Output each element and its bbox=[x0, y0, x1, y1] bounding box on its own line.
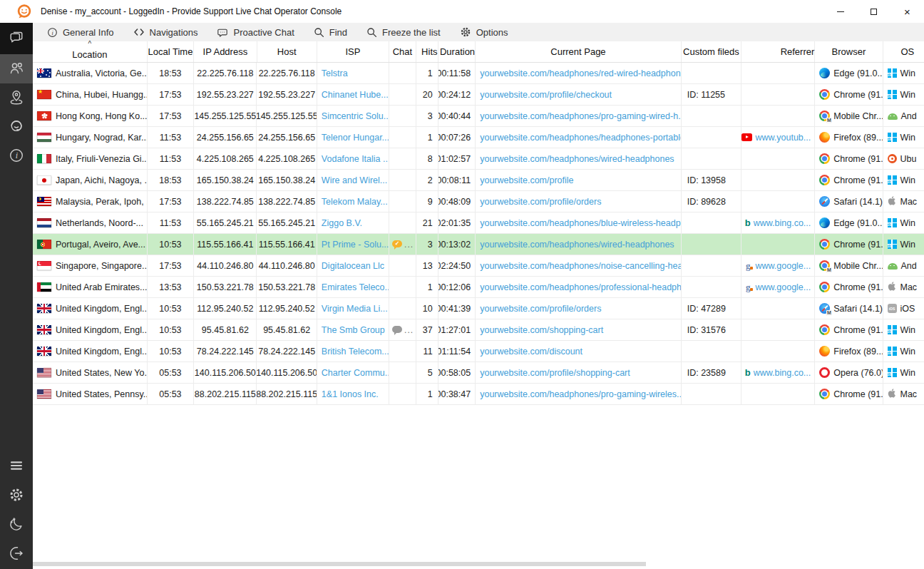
sidebar-item-visitors[interactable] bbox=[0, 54, 33, 83]
column-header-chat[interactable]: Chat bbox=[389, 41, 416, 62]
current-page-link[interactable]: yourwebsite.com/headphones/wired-headpho… bbox=[480, 154, 674, 164]
current-page-link[interactable]: yourwebsite.com/headphones/pro-gaming-wi… bbox=[480, 111, 682, 121]
maximize-button[interactable] bbox=[857, 0, 890, 23]
visitor-row[interactable]: Singapore, Singapore...17:5344.110.246.8… bbox=[33, 255, 924, 277]
current-page-link[interactable]: yourwebsite.com/profile/orders bbox=[480, 304, 601, 314]
cell-location: Italy, Friuli-Venezia Gi... bbox=[33, 148, 148, 169]
location-text: Singapore, Singapore... bbox=[56, 261, 148, 271]
column-header-referrer[interactable]: Referrer bbox=[741, 41, 815, 62]
referrer-link[interactable]: www.youtub... bbox=[755, 133, 811, 143]
sidebar-item-geo-location[interactable] bbox=[0, 83, 33, 113]
cell-isp: Telenor Hungar... bbox=[317, 127, 389, 148]
visitor-row[interactable]: United Arab Emirates...13:53150.53.221.7… bbox=[33, 277, 924, 298]
toolbar-proactive-chat[interactable]: Proactive Chat bbox=[217, 27, 294, 38]
current-page-link[interactable]: yourwebsite.com/headphones/wired-headpho… bbox=[480, 240, 674, 250]
visitor-row[interactable]: Malaysia, Perak, Ipoh, ...17:53138.222.7… bbox=[33, 191, 924, 212]
isp-link[interactable]: Virgin Media Li... bbox=[322, 304, 388, 314]
column-header-local_time[interactable]: Local Time bbox=[148, 41, 194, 62]
isp-link[interactable]: British Telecom... bbox=[322, 347, 389, 357]
ended-chat-icon[interactable] bbox=[392, 326, 402, 333]
toolbar-navigations[interactable]: Navigations bbox=[133, 27, 198, 38]
sidebar-item-menu[interactable] bbox=[0, 452, 33, 481]
cell-chat bbox=[389, 191, 416, 212]
visitor-row[interactable]: Hong Kong, Hong Ko...17:53145.255.125.55… bbox=[33, 106, 924, 127]
cell-os: Mac bbox=[883, 191, 924, 212]
isp-link[interactable]: Simcentric Solu... bbox=[322, 111, 389, 121]
column-header-host[interactable]: Host bbox=[257, 41, 317, 62]
sidebar-item-info[interactable]: i bbox=[0, 142, 33, 171]
scrollbar-thumb[interactable] bbox=[33, 562, 646, 566]
column-header-hits[interactable]: Hits bbox=[416, 41, 438, 62]
current-page-link[interactable]: yourwebsite.com/headphones/blue-wireless… bbox=[480, 218, 682, 228]
visitor-row[interactable]: Hungary, Nograd, Kar...11:5324.255.156.6… bbox=[33, 127, 924, 148]
visitor-row[interactable]: China, Hubei, Huangg...17:53192.55.23.22… bbox=[33, 84, 924, 106]
current-page-link[interactable]: yourwebsite.com/profile bbox=[480, 175, 573, 185]
referrer-link[interactable]: www.bing.co... bbox=[754, 218, 811, 228]
cell-location: United Arab Emirates... bbox=[33, 277, 148, 297]
browser-label: Mobile Chr... bbox=[833, 111, 883, 121]
toolbar-find[interactable]: Find bbox=[314, 27, 347, 38]
column-header-custom[interactable]: Custom fileds bbox=[682, 41, 741, 62]
visitor-row[interactable]: United Kingdom, Engl...10:5378.24.222.14… bbox=[33, 341, 924, 362]
column-header-location[interactable]: ^Location bbox=[33, 41, 148, 62]
current-page-link[interactable]: yourwebsite.com/discount bbox=[480, 347, 582, 357]
isp-link[interactable]: Telekom Malay... bbox=[322, 197, 388, 207]
isp-link[interactable]: The Smb Group bbox=[322, 325, 385, 335]
column-header-browser[interactable]: Browser bbox=[815, 41, 883, 62]
sidebar-item-settings[interactable] bbox=[0, 481, 33, 511]
minimize-button[interactable] bbox=[823, 0, 857, 23]
current-page-link[interactable]: yourwebsite.com/profile/orders bbox=[480, 197, 601, 207]
referrer-link[interactable]: www.bing.co... bbox=[754, 368, 811, 378]
column-header-os[interactable]: OS bbox=[883, 41, 924, 62]
referrer-link[interactable]: www.google... bbox=[755, 282, 811, 292]
isp-link[interactable]: Vodafone Italia ... bbox=[322, 154, 389, 164]
active-chat-icon[interactable] bbox=[392, 240, 402, 247]
toolbar-freeze-the-list[interactable]: Freeze the list bbox=[366, 27, 441, 38]
sidebar-item-away-mode[interactable] bbox=[0, 511, 33, 540]
current-page-link[interactable]: yourwebsite.com/profile/shopping-cart bbox=[480, 368, 630, 378]
horizontal-scrollbar[interactable] bbox=[33, 561, 924, 567]
visitor-row[interactable]: Netherlands, Noord-...11:5355.165.245.21… bbox=[33, 212, 924, 234]
cell-current-page: yourwebsite.com/headphones/pro-gaming-wi… bbox=[476, 106, 682, 126]
toolbar-general-info[interactable]: iGeneral Info bbox=[47, 27, 114, 38]
isp-link[interactable]: 1&1 Ionos Inc. bbox=[322, 389, 379, 399]
cell-duration: 00:13:02 bbox=[438, 234, 476, 255]
opera-browser-icon bbox=[819, 367, 830, 378]
current-page-link[interactable]: yourwebsite.com/headphones/headphones-po… bbox=[480, 133, 682, 143]
cell-local-time: 17:53 bbox=[148, 84, 195, 105]
column-header-ip[interactable]: IP Address bbox=[194, 41, 257, 62]
column-header-isp[interactable]: ISP bbox=[317, 41, 389, 62]
visitor-row[interactable]: United States, Pennsy...05:5388.202.215.… bbox=[33, 384, 924, 405]
visitor-row[interactable]: United Kingdom, Engl...10:53112.95.240.5… bbox=[33, 298, 924, 319]
isp-link[interactable]: Digitalocean Llc bbox=[322, 261, 384, 271]
visitor-row[interactable]: United States, New Yo...05:53140.115.206… bbox=[33, 362, 924, 384]
close-button[interactable]: × bbox=[890, 0, 924, 23]
isp-link[interactable]: Chinanet Hube... bbox=[322, 90, 389, 100]
current-page-link[interactable]: yourwebsite.com/profile/checkout bbox=[480, 90, 612, 100]
column-header-duration[interactable]: Duration bbox=[438, 41, 476, 62]
sidebar-item-operators[interactable] bbox=[0, 113, 33, 142]
current-page-link[interactable]: yourwebsite.com/headphones/red-wired-hea… bbox=[480, 68, 682, 78]
visitor-row[interactable]: United Kingdom, Engl...10:5395.45.81.629… bbox=[33, 319, 924, 341]
isp-link[interactable]: Telenor Hungar... bbox=[322, 133, 389, 143]
referrer-link[interactable]: www.google... bbox=[755, 261, 811, 271]
current-page-link[interactable]: yourwebsite.com/headphones/professional-… bbox=[480, 282, 682, 292]
current-page-link[interactable]: yourwebsite.com/headphones/noise-cancell… bbox=[480, 261, 682, 271]
visitor-row[interactable]: Italy, Friuli-Venezia Gi...11:534.225.10… bbox=[33, 148, 924, 170]
isp-link[interactable]: Emirates Teleco... bbox=[322, 282, 389, 292]
visitor-row[interactable]: Portugal, Aveiro, Ave...10:53115.55.166.… bbox=[33, 234, 924, 255]
isp-link[interactable]: Charter Commu... bbox=[322, 368, 389, 378]
sidebar-item-logout[interactable] bbox=[0, 540, 33, 569]
current-page-link[interactable]: yourwebsite.com/shopping-cart bbox=[480, 325, 603, 335]
visitor-row[interactable]: Japan, Aichi, Nagoya, ...18:53165.150.38… bbox=[33, 170, 924, 191]
isp-link[interactable]: Telstra bbox=[322, 68, 348, 78]
current-page-link[interactable]: yourwebsite.com/headphones/pro-gaming-wi… bbox=[480, 389, 682, 399]
sidebar-item-chats[interactable] bbox=[0, 23, 33, 54]
isp-link[interactable]: Ziggo B.V. bbox=[322, 218, 362, 228]
isp-link[interactable]: Pt Prime - Solu... bbox=[322, 240, 389, 250]
apple-icon bbox=[888, 195, 897, 208]
column-header-page[interactable]: Current Page bbox=[476, 41, 682, 62]
isp-link[interactable]: Wire and Wirel... bbox=[322, 175, 387, 185]
toolbar-options[interactable]: Options bbox=[460, 26, 508, 38]
visitor-row[interactable]: Australia, Victoria, Ge...18:5322.225.76… bbox=[33, 63, 924, 84]
